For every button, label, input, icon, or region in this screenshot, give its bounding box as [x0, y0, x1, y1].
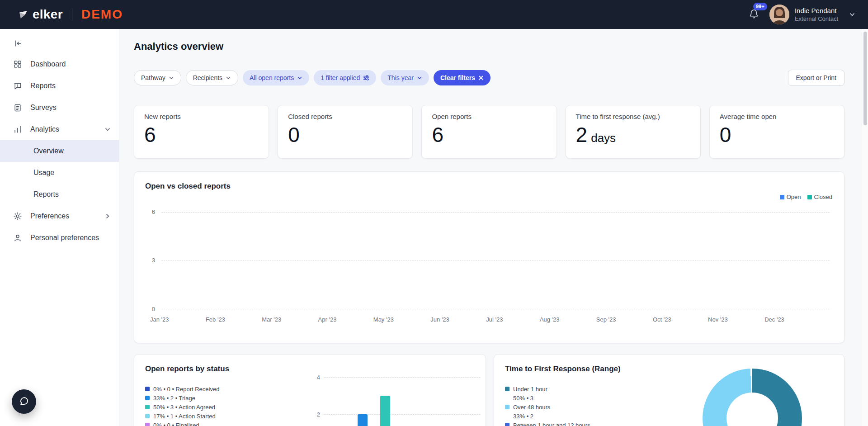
pathway-filter-button[interactable]: Pathway	[134, 70, 181, 85]
sidebar-item-label: Analytics	[30, 125, 59, 133]
legend-swatch	[145, 405, 150, 409]
period-filter-button[interactable]: This year	[381, 70, 429, 85]
month-label: Nov '23	[708, 316, 728, 323]
surveys-icon	[13, 103, 23, 112]
y-axis-tick: 2	[302, 411, 320, 418]
filters-bar: Pathway Recipients All open reports 1 fi…	[134, 70, 844, 86]
stat-value: 6	[432, 123, 443, 147]
stats-row: New reports 6 Closed reports 0 Open repo…	[134, 105, 844, 159]
chart-legend: Open Closed	[780, 194, 832, 200]
legend-text: 0% • 0 • Finalised	[153, 422, 199, 426]
month-label: May '23	[373, 316, 394, 323]
stat-label: Open reports	[432, 113, 546, 120]
sidebar-item-label: Dashboard	[30, 60, 66, 68]
vertical-scrollbar[interactable]	[862, 29, 868, 426]
legend-item: 0% • 0 • Finalised	[145, 421, 219, 426]
legend-item: 33% • 2 • Triage	[145, 393, 219, 402]
stat-card-closed-reports: Closed reports 0	[278, 105, 413, 159]
legend-text: Under 1 hour	[513, 386, 547, 393]
month-label: Feb '23	[206, 316, 225, 323]
topbar-divider	[72, 8, 72, 21]
sidebar-item-dashboard[interactable]: Dashboard	[0, 53, 119, 75]
collapse-sidebar-icon	[13, 39, 23, 48]
month-label: Jun '23	[430, 316, 449, 323]
collapse-sidebar-button[interactable]	[0, 33, 119, 53]
sidebar-subitem-usage[interactable]: Usage	[0, 162, 119, 184]
open-reports-status-card: Open reports by status 0% • 0 • Report R…	[134, 354, 486, 426]
response-legend: Under 1 hour 50% • 3 Over 48 hours 33% •…	[505, 384, 590, 426]
legend-detail-text: 33% • 2	[513, 413, 533, 420]
sidebar-item-reports[interactable]: Reports	[0, 75, 119, 97]
brand-area: elker DEMO	[18, 7, 123, 22]
legend-text: Between 1 hour and 12 hours	[513, 422, 590, 426]
open-reports-filter-button[interactable]: All open reports	[243, 70, 309, 85]
sidebar-item-preferences[interactable]: Preferences	[0, 205, 119, 227]
topbar-right: 99+ Indie Pendant External Contact	[746, 5, 855, 24]
legend-closed: Closed	[807, 194, 832, 200]
month-label: Oct '23	[653, 316, 671, 323]
legend-open: Open	[780, 194, 801, 200]
first-response-donut	[703, 369, 802, 426]
chart-title: Open reports by status	[145, 364, 229, 374]
sidebar-item-label: Usage	[33, 169, 54, 177]
sidebar-item-label: Surveys	[30, 104, 57, 112]
stat-value: 2	[576, 123, 588, 147]
notifications-button[interactable]: 99+	[746, 6, 762, 23]
legend-swatch	[145, 423, 150, 426]
stat-card-new-reports: New reports 6	[134, 105, 269, 159]
chevron-down-icon	[849, 11, 855, 18]
sidebar-item-personal-preferences[interactable]: Personal preferences	[0, 227, 119, 249]
status-legend: 0% • 0 • Report Received 33% • 2 • Triag…	[145, 384, 219, 426]
legend-item: Under 1 hour	[505, 384, 590, 393]
sidebar-item-analytics[interactable]: Analytics	[0, 118, 119, 140]
legend-item: 50% • 3 • Action Agreed	[145, 402, 219, 412]
clear-filters-button[interactable]: Clear filters	[434, 70, 491, 85]
user-icon	[13, 233, 23, 242]
user-menu[interactable]: Indie Pendant External Contact	[769, 5, 855, 24]
sidebar-item-label: Overview	[33, 147, 64, 155]
page-title: Analytics overview	[134, 41, 844, 52]
avatar	[769, 5, 789, 24]
elker-logo[interactable]: elker	[18, 7, 63, 22]
sidebar-subitem-reports[interactable]: Reports	[0, 184, 119, 205]
legend-text: 50% • 3 • Action Agreed	[153, 404, 215, 411]
close-icon	[478, 75, 484, 80]
topbar: elker DEMO 99+	[0, 0, 868, 29]
sidebar-subitem-overview[interactable]: Overview	[0, 140, 119, 162]
stat-value: 0	[288, 123, 300, 147]
open-closed-chart-card: Open vs closed reports Open Closed 6 3 0	[134, 171, 844, 343]
clear-filters-label: Clear filters	[440, 74, 475, 81]
x-axis-labels: Jan '23 Feb '23 Mar '23 Apr '23 May '23 …	[150, 316, 784, 323]
legend-text: 33% • 2 • Triage	[153, 395, 195, 402]
month-label: Mar '23	[262, 316, 281, 323]
sliders-icon	[363, 75, 369, 81]
legend-item: 17% • 1 • Action Started	[145, 412, 219, 421]
chat-fab[interactable]	[12, 389, 36, 414]
sidebar-item-surveys[interactable]: Surveys	[0, 97, 119, 118]
month-label: Aug '23	[540, 316, 560, 323]
month-label: Apr '23	[318, 316, 337, 323]
gridline	[324, 414, 480, 415]
stat-card-average-time-open: Average time open 0	[709, 105, 844, 159]
elker-logo-icon	[18, 8, 28, 21]
scrollbar-thumb[interactable]	[863, 32, 867, 125]
sidebar-item-label: Preferences	[30, 212, 69, 220]
pathway-filter-label: Pathway	[141, 74, 165, 81]
user-text: Indie Pendant External Contact	[795, 7, 838, 22]
gear-icon	[13, 212, 23, 221]
elker-logo-text: elker	[33, 7, 63, 22]
stat-label: New reports	[144, 113, 259, 120]
recipients-filter-button[interactable]: Recipients	[186, 70, 238, 85]
period-filter-label: This year	[387, 74, 414, 81]
export-print-button[interactable]: Export or Print	[788, 70, 844, 86]
applied-filters-button[interactable]: 1 filter applied	[314, 70, 376, 85]
chart-title: Time to First Response (Range)	[505, 364, 621, 374]
sidebar-item-label: Reports	[30, 82, 56, 90]
user-role: External Contact	[795, 15, 838, 22]
reports-icon	[13, 81, 23, 90]
y-axis-tick: 6	[134, 208, 155, 215]
stat-card-open-reports: Open reports 6	[421, 105, 557, 159]
sidebar: Dashboard Reports Surveys	[0, 29, 119, 426]
legend-item: Over 48 hours	[505, 402, 590, 412]
legend-detail: 50% • 3	[505, 393, 590, 402]
